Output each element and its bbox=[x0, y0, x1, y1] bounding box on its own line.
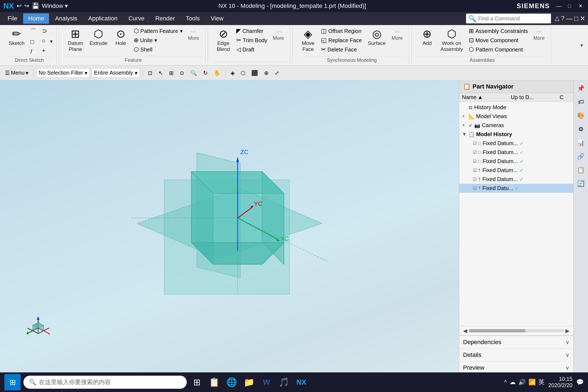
pn-item-datum-6[interactable]: ☑ † Fixed Datu... ✓ bbox=[459, 184, 573, 193]
toolbar-render-btn[interactable]: ◈ bbox=[228, 69, 237, 77]
toolbar-wire-btn[interactable]: ⬡ bbox=[238, 69, 247, 77]
notification-icon[interactable]: 💬 bbox=[576, 379, 584, 386]
arc-btn[interactable]: ⊃ bbox=[40, 27, 49, 35]
line-btn[interactable]: / bbox=[28, 47, 39, 56]
scroll-right-button[interactable]: ▶ bbox=[564, 327, 571, 334]
cameras-expand[interactable]: + bbox=[462, 122, 467, 128]
taskbar-icon-nx[interactable]: NX bbox=[294, 375, 309, 390]
rs-btn-8[interactable]: 🔄 bbox=[575, 178, 587, 190]
datum-plane-button[interactable]: ⊞ DatumPlane bbox=[65, 27, 86, 54]
pn-item-model-history[interactable]: ▼ 📋 Model History bbox=[459, 130, 573, 139]
move-component-button[interactable]: ⊡ Move Component bbox=[467, 36, 530, 45]
undo-icon[interactable]: ↩ bbox=[17, 2, 22, 10]
rs-btn-4[interactable]: ⚙ bbox=[575, 123, 587, 135]
tray-volume-icon[interactable]: 🔊 bbox=[518, 379, 526, 386]
command-search-input[interactable] bbox=[478, 16, 549, 22]
assemblies-more-button[interactable]: ⋯ More bbox=[531, 27, 547, 43]
feature-more-button[interactable]: ⋯ More bbox=[186, 27, 201, 43]
draft-button[interactable]: ◁ Draft bbox=[234, 45, 270, 54]
replace-face-button[interactable]: ◱ Replace Face bbox=[319, 36, 364, 45]
pattern-feature-button[interactable]: ⬡ Pattern Feature ▾ bbox=[131, 27, 185, 35]
menu-file[interactable]: File bbox=[3, 13, 22, 24]
pn-item-datum-2[interactable]: ☑ □ Fixed Datum... ✓ bbox=[459, 148, 573, 157]
scope-select[interactable]: Entire Assembly ▾ bbox=[91, 68, 140, 78]
hole-button[interactable]: ⊙ Hole bbox=[111, 27, 130, 48]
unite-dropdown[interactable]: ▾ bbox=[154, 37, 157, 44]
toolbar-snap-btn[interactable]: ⊡ bbox=[146, 69, 155, 77]
pn-col-c[interactable]: C bbox=[560, 94, 571, 100]
toolbar-select-btn[interactable]: ↖ bbox=[156, 69, 165, 77]
tray-cloud-icon[interactable]: ☁ bbox=[510, 379, 516, 386]
taskbar-icon-music[interactable]: 🎵 bbox=[277, 375, 291, 390]
pn-col-name[interactable]: Name ▲ bbox=[462, 94, 511, 100]
pn-item-datum-4[interactable]: ☑ † Fixed Datum... ✓ bbox=[459, 166, 573, 175]
scroll-left-button[interactable]: ◀ bbox=[461, 327, 469, 334]
menu-curve[interactable]: Curve bbox=[124, 13, 149, 24]
edge-blend-button[interactable]: ⊘ EdgeBlend bbox=[214, 27, 233, 54]
rect-btn[interactable]: □ bbox=[28, 38, 39, 46]
menu-render[interactable]: Render bbox=[150, 13, 180, 24]
help-icon[interactable]: ? bbox=[561, 15, 564, 22]
menu-view[interactable]: View bbox=[206, 13, 228, 24]
rs-btn-3[interactable]: 🎨 bbox=[575, 110, 587, 122]
menu-home[interactable]: Home bbox=[23, 13, 49, 24]
pn-dependencies-section[interactable]: Dependencies ∨ bbox=[459, 336, 573, 349]
sketch-more-dropdown[interactable]: ▾ bbox=[50, 38, 53, 44]
pn-item-datum-5[interactable]: ☑ † Fixed Datum... ✓ bbox=[459, 175, 573, 184]
selection-filter-select[interactable]: No Selection Filter ▾ bbox=[36, 68, 90, 78]
panel-minimize-button[interactable]: — bbox=[566, 15, 573, 22]
rs-btn-7[interactable]: 📋 bbox=[575, 164, 587, 176]
offset-region-button[interactable]: ◫ Offset Region bbox=[319, 27, 364, 35]
unite-button[interactable]: ⊕ Unite ▾ bbox=[131, 36, 185, 45]
circle-btn[interactable]: ○ bbox=[40, 36, 49, 45]
ribbon-minimize-icon[interactable]: △ bbox=[555, 15, 559, 22]
ribbon-collapse-icon[interactable]: ▾ bbox=[580, 42, 583, 48]
pn-item-model-views[interactable]: + 📐 Model Views bbox=[459, 112, 573, 121]
move-face-button[interactable]: ◈ MoveFace bbox=[299, 27, 318, 54]
minimize-button[interactable]: — bbox=[554, 3, 563, 9]
rs-btn-5[interactable]: 📊 bbox=[575, 137, 587, 149]
window-menu[interactable]: Window ▾ bbox=[42, 2, 68, 10]
pn-scrollbar-thumb[interactable] bbox=[469, 329, 526, 332]
taskbar-icon-word[interactable]: W bbox=[259, 375, 274, 390]
maximize-button[interactable]: □ bbox=[565, 3, 574, 9]
menu-button[interactable]: ☰ Menu ▾ bbox=[3, 69, 30, 77]
toolbar-zoom-btn[interactable]: 🔍 bbox=[188, 69, 199, 77]
work-on-assembly-button[interactable]: ⬡ Work onAssembly bbox=[438, 27, 465, 54]
edge-more-button[interactable]: ⋯ More bbox=[271, 27, 286, 43]
rs-btn-1[interactable]: 📌 bbox=[575, 82, 587, 94]
menu-analysis[interactable]: Analysis bbox=[50, 13, 82, 24]
toolbar-view-btn[interactable]: ⊙ bbox=[177, 69, 186, 77]
plus-btn[interactable]: + bbox=[40, 46, 49, 55]
toolbar-shaded-btn[interactable]: ⬛ bbox=[249, 69, 260, 77]
redo-icon[interactable]: ↪ bbox=[24, 2, 29, 10]
rs-btn-2[interactable]: 🏷 bbox=[575, 96, 587, 108]
surface-button[interactable]: ◎ Surface bbox=[365, 27, 388, 48]
add-button[interactable]: ⊕ Add bbox=[418, 27, 437, 48]
pn-item-datum-1[interactable]: ☑ □ Fixed Datum... ✓ bbox=[459, 139, 573, 148]
rs-btn-6[interactable]: 🔗 bbox=[575, 151, 587, 163]
toolbar-rotate-btn[interactable]: ↻ bbox=[201, 69, 210, 77]
taskbar-icon-edge[interactable]: 📋 bbox=[207, 375, 222, 390]
pn-details-section[interactable]: Details ∨ bbox=[459, 349, 573, 362]
delete-face-button[interactable]: ✂ Delete Face bbox=[319, 45, 364, 54]
taskbar-search[interactable]: 🔍 在这里输入你要搜索的内容 bbox=[23, 376, 187, 389]
taskbar-icon-task-view[interactable]: ⊞ bbox=[189, 375, 204, 390]
toolbar-orient-btn[interactable]: ⊕ bbox=[262, 69, 271, 77]
shell-button[interactable]: ⬡ Shell bbox=[131, 45, 185, 54]
menu-application[interactable]: Application bbox=[83, 13, 122, 24]
pn-item-history-mode[interactable]: ⊙ History Mode bbox=[459, 103, 573, 112]
curve-btn[interactable]: ⌒ bbox=[28, 27, 39, 36]
pattern-component-button[interactable]: ⬡ Pattern Component bbox=[467, 45, 530, 54]
chamfer-button[interactable]: ◤ Chamfer bbox=[234, 27, 270, 35]
panel-restore-button[interactable]: □ bbox=[574, 15, 578, 22]
toolbar-filter-btn[interactable]: ⊞ bbox=[167, 69, 176, 77]
model-views-expand[interactable]: + bbox=[462, 114, 467, 119]
taskbar-icon-explorer[interactable]: 📁 bbox=[242, 375, 256, 390]
extrude-button[interactable]: ⬡ Extrude bbox=[87, 27, 110, 48]
pn-item-datum-3[interactable]: ☑ □ Fixed Datum... ✓ bbox=[459, 157, 573, 166]
pattern-feature-dropdown[interactable]: ▾ bbox=[180, 28, 183, 34]
clock[interactable]: 10:15 2020/2/20 bbox=[548, 376, 572, 388]
taskbar-icon-ie[interactable]: 🌐 bbox=[224, 375, 239, 390]
start-button[interactable]: ⊞ bbox=[4, 374, 21, 390]
